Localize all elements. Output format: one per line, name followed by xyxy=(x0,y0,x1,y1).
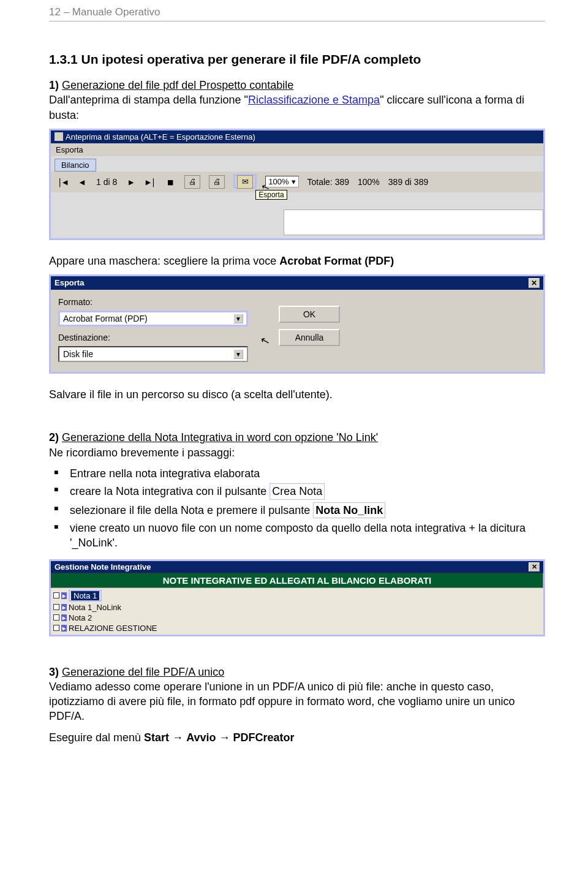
window-title: Gestione Note Integrative xyxy=(55,562,151,572)
preview-area xyxy=(284,209,543,235)
step1-number: 1) xyxy=(49,79,59,91)
pct-label: 100% xyxy=(358,177,380,187)
screenshot-esporta-dialog: Esporta ✕ ↖ Formato: Acrobat Format (PDF… xyxy=(49,274,545,374)
combo-formato-value: Acrobat Format (PDF) xyxy=(63,314,148,323)
close-icon[interactable]: ✕ xyxy=(529,562,540,572)
item-label: RELAZIONE GESTIONE xyxy=(69,624,157,633)
item-label: Nota 2 xyxy=(69,613,92,622)
riclassificazione-link[interactable]: Riclassificazione e Stampa xyxy=(248,94,380,106)
combo-destinazione[interactable]: Disk file ▼ xyxy=(58,346,248,362)
section-title: 1.3.1 Un ipotesi operativa per generare … xyxy=(49,52,545,67)
close-icon[interactable]: ✕ xyxy=(529,278,540,288)
screenshot-gestione-note: Gestione Note Integrative ✕ NOTE INTEGRA… xyxy=(49,559,545,636)
print-icon[interactable]: 🖨 xyxy=(184,175,200,189)
dialog-title: Esporta xyxy=(55,278,84,288)
folder-icon: ▸ xyxy=(61,604,67,611)
list-item[interactable]: ▸ Nota 2 xyxy=(53,613,541,623)
totale-label: Totale: 389 xyxy=(307,177,350,187)
step3-text: Vediamo adesso come operare l'unione in … xyxy=(49,681,514,723)
screenshot-anteprima-stampa: Anteprima di stampa (ALT+E = Esportazion… xyxy=(49,129,545,240)
bullet-4: viene creato un nuovo file con un nome c… xyxy=(70,521,545,551)
step1-text-pre: Dall'anteprima di stampa della funzione … xyxy=(49,94,248,106)
crea-nota-box: Crea Nota xyxy=(270,483,325,499)
step1-title: Generazione del file pdf del Prospetto c… xyxy=(62,79,293,91)
checkbox-icon[interactable] xyxy=(53,604,59,610)
text-after-ss1: Appare una maschera: scegliere la prima … xyxy=(49,254,545,268)
dropdown-icon[interactable]: ▼ xyxy=(233,349,243,359)
ratio-label: 389 di 389 xyxy=(388,177,428,187)
step3-title: Generazione del file PDF/A unico xyxy=(62,666,224,678)
zoom-value: 100% xyxy=(268,177,288,186)
annulla-button[interactable]: Annulla xyxy=(279,329,340,346)
checkbox-icon[interactable] xyxy=(53,592,59,598)
step2-number: 2) xyxy=(49,431,59,443)
text-after-ss2: Salvare il file in un percorso su disco … xyxy=(49,387,545,402)
step3-footer: Eseguire dal menù Start → Avvio → PDFCre… xyxy=(49,730,545,745)
banner-title: NOTE INTEGRATIVE ED ALLEGATI AL BILANCIO… xyxy=(51,573,543,588)
header-divider xyxy=(49,21,545,21)
nav-last-icon[interactable]: ▶| xyxy=(145,176,156,187)
checkbox-icon[interactable] xyxy=(53,614,59,621)
item-label: Nota 1 xyxy=(71,591,99,600)
export-tooltip: Esporta xyxy=(255,190,287,200)
step3-paragraph: 3) Generazione del file PDF/A unico Vedi… xyxy=(49,665,545,724)
bullet-1: Entrare nella nota integrativa elaborata xyxy=(70,466,545,481)
menu-esporta[interactable]: Esporta xyxy=(51,143,543,156)
step2-paragraph: 2) Generazione della Nota Integrativa in… xyxy=(49,430,545,460)
folder-icon: ▸ xyxy=(61,614,67,621)
folder-icon: ▸ xyxy=(61,592,67,599)
zoom-combo[interactable]: 100% ▾ xyxy=(265,176,298,187)
list-item[interactable]: ▸ RELAZIONE GESTIONE xyxy=(53,623,541,633)
nav-first-icon[interactable]: |◀ xyxy=(57,176,68,187)
stop-icon: ■ xyxy=(165,176,176,187)
step3-number: 3) xyxy=(49,666,59,678)
window-title: Anteprima di stampa (ALT+E = Esportazion… xyxy=(66,132,255,142)
list-item[interactable]: ▸ Nota 1_NoLink xyxy=(53,602,541,613)
page-counter: 1 di 8 xyxy=(96,177,117,187)
nota-nolink-box: Nota No_link xyxy=(313,502,385,518)
ok-button[interactable]: OK xyxy=(279,306,340,323)
dropdown-icon: ▾ xyxy=(292,177,296,186)
bullet-2: creare la Nota integrativa con il pulsan… xyxy=(70,483,545,499)
acrobat-format-bold: Acrobat Format (PDF) xyxy=(279,255,394,267)
step2-sub: Ne ricordiamo brevemente i passaggi: xyxy=(49,447,235,459)
bullet-3: selezionare il file della Nota e premere… xyxy=(70,502,545,518)
page-header: 12 – Manuale Operativo xyxy=(49,0,545,21)
label-formato: Formato: xyxy=(58,297,260,307)
label-destinazione: Destinazione: xyxy=(58,333,260,342)
export-envelope-icon[interactable]: ✉ xyxy=(237,175,253,189)
folder-icon: ▸ xyxy=(61,625,67,632)
tab-bilancio[interactable]: Bilancio xyxy=(55,159,96,172)
list-item[interactable]: ▸ Nota 1 xyxy=(53,589,541,602)
export-icon-highlight: ✉ xyxy=(233,174,257,189)
checkbox-icon[interactable] xyxy=(53,625,59,631)
print-setup-icon[interactable]: 🖨 xyxy=(209,175,225,189)
nav-next-icon[interactable]: ▶ xyxy=(126,176,137,187)
item-label: Nota 1_NoLink xyxy=(69,603,121,612)
step2-title: Generazione della Nota Integrativa in wo… xyxy=(62,431,378,443)
step1-paragraph: 1) Generazione del file pdf del Prospett… xyxy=(49,78,545,123)
nav-prev-icon[interactable]: ◀ xyxy=(77,176,88,187)
window-icon xyxy=(55,132,63,141)
combo-dest-value: Disk file xyxy=(63,349,93,359)
combo-formato[interactable]: Acrobat Format (PDF) ▼ xyxy=(58,311,248,326)
dropdown-icon[interactable]: ▼ xyxy=(233,314,243,323)
